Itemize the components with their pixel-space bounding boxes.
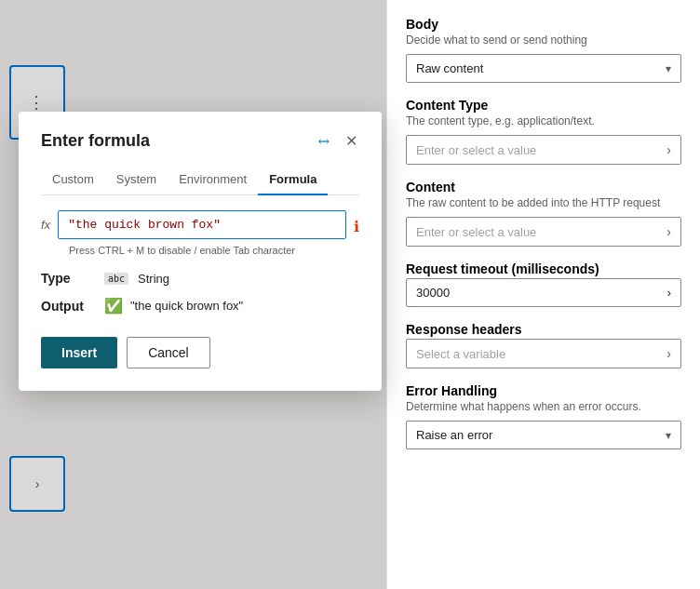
timeout-title: Request timeout (milliseconds) bbox=[406, 261, 681, 276]
formula-modal: Enter formula ⤢ ✕ Custom System Environm… bbox=[19, 112, 382, 391]
response-headers-field[interactable]: Select a variable › bbox=[406, 339, 681, 368]
type-label: Type bbox=[41, 271, 97, 286]
output-label: Output bbox=[41, 299, 97, 314]
body-dropdown[interactable]: Raw content ▾ bbox=[406, 54, 681, 83]
check-icon: ✅ bbox=[104, 297, 123, 315]
response-headers-section: Response headers Select a variable › bbox=[406, 322, 681, 368]
content-type-placeholder: Enter or select a value bbox=[416, 143, 536, 157]
tab-formula[interactable]: Formula bbox=[258, 167, 328, 195]
content-title: Content bbox=[406, 180, 681, 194]
timeout-section: Request timeout (milliseconds) 30000 › bbox=[406, 261, 681, 307]
timeout-value: 30000 bbox=[416, 286, 450, 300]
tab-custom[interactable]: Custom bbox=[41, 167, 105, 195]
insert-button[interactable]: Insert bbox=[41, 337, 117, 368]
fx-label: fx bbox=[41, 218, 50, 232]
cancel-button[interactable]: Cancel bbox=[127, 337, 210, 368]
close-button[interactable]: ✕ bbox=[343, 130, 359, 152]
modal-tabs: Custom System Environment Formula bbox=[41, 167, 359, 195]
type-value: String bbox=[138, 272, 169, 286]
content-field[interactable]: Enter or select a value › bbox=[406, 217, 681, 247]
content-type-subtitle: The content type, e.g. application/text. bbox=[406, 114, 681, 127]
expand-icon: ⤢ bbox=[315, 131, 335, 152]
error-handling-dropdown[interactable]: Raise an error ▾ bbox=[406, 421, 681, 449]
content-type-section: Content Type The content type, e.g. appl… bbox=[406, 98, 681, 165]
timeout-arrow-icon: › bbox=[667, 286, 671, 300]
body-section: Body Decide what to send or send nothing… bbox=[406, 17, 681, 83]
body-subtitle: Decide what to send or send nothing bbox=[406, 33, 681, 47]
error-handling-chevron-icon: ▾ bbox=[666, 429, 671, 442]
timeout-field[interactable]: 30000 › bbox=[406, 278, 681, 307]
modal-header-icons: ⤢ ✕ bbox=[316, 130, 359, 152]
expand-button[interactable]: ⤢ bbox=[316, 131, 332, 152]
response-headers-arrow-icon: › bbox=[666, 346, 671, 361]
error-handling-subtitle: Determine what happens when an error occ… bbox=[406, 400, 681, 413]
content-arrow-icon: › bbox=[666, 224, 671, 239]
content-type-title: Content Type bbox=[406, 98, 681, 113]
type-row: Type abc String bbox=[41, 271, 359, 286]
body-dropdown-value: Raw content bbox=[416, 61, 483, 75]
body-title: Body bbox=[406, 17, 681, 32]
output-row: Output ✅ "the quick brown fox" bbox=[41, 297, 359, 315]
response-headers-placeholder: Select a variable bbox=[416, 347, 505, 361]
error-handling-title: Error Handling bbox=[406, 383, 681, 398]
content-subtitle: The raw content to be added into the HTT… bbox=[406, 196, 681, 209]
modal-title: Enter formula bbox=[41, 131, 150, 151]
type-icon: abc bbox=[104, 273, 128, 285]
content-placeholder: Enter or select a value bbox=[416, 225, 536, 239]
content-type-arrow-icon: › bbox=[666, 142, 671, 157]
error-handling-value: Raise an error bbox=[416, 428, 492, 442]
tab-environment[interactable]: Environment bbox=[168, 167, 258, 195]
formula-input-area: fx ℹ bbox=[41, 210, 359, 239]
right-panel: Body Decide what to send or send nothing… bbox=[386, 0, 700, 589]
error-handling-section: Error Handling Determine what happens wh… bbox=[406, 383, 681, 449]
info-icon[interactable]: ℹ bbox=[354, 218, 359, 235]
modal-header: Enter formula ⤢ ✕ bbox=[41, 130, 359, 152]
body-chevron-icon: ▾ bbox=[666, 62, 671, 75]
modal-footer: Insert Cancel bbox=[41, 337, 359, 368]
content-section: Content The raw content to be added into… bbox=[406, 180, 681, 247]
content-type-field[interactable]: Enter or select a value › bbox=[406, 135, 681, 165]
response-headers-title: Response headers bbox=[406, 322, 681, 337]
output-value: "the quick brown fox" bbox=[130, 299, 243, 313]
tab-system[interactable]: System bbox=[105, 167, 168, 195]
formula-input[interactable] bbox=[58, 210, 346, 239]
hint-text: Press CTRL + M to disable / enable Tab c… bbox=[41, 245, 359, 256]
close-icon: ✕ bbox=[345, 132, 357, 150]
